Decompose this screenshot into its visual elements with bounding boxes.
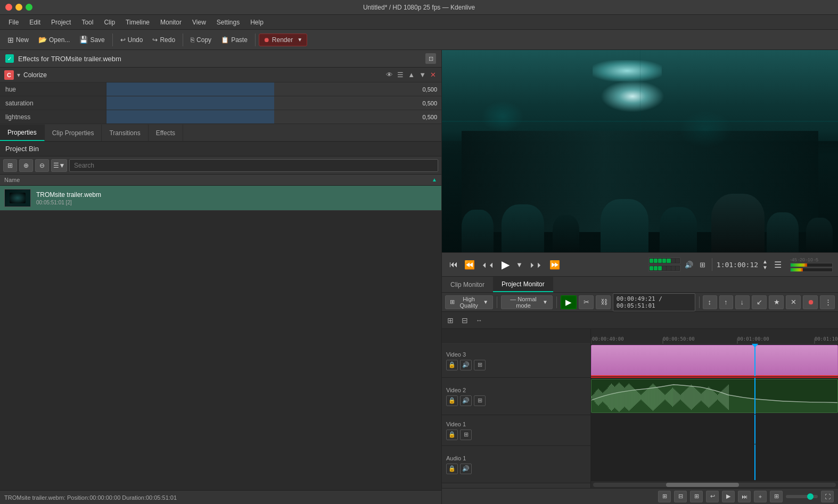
track-lock-audio1[interactable]: 🔒 — [446, 464, 458, 474]
preview-forward-step[interactable]: ⏵⏵ — [527, 259, 545, 271]
effect-move-up-button[interactable]: ▲ — [407, 70, 416, 80]
timeline-sub-btn-2[interactable]: ⊟ — [458, 314, 471, 327]
timeline-insert[interactable]: ↓ — [735, 295, 750, 309]
timeline-extract[interactable]: ↕ — [703, 295, 717, 309]
preview-grid-button[interactable]: ⊞ — [697, 259, 708, 271]
maximize-button[interactable] — [26, 4, 32, 11]
tab-effects[interactable]: Effects — [149, 125, 183, 141]
search-input[interactable] — [69, 159, 438, 172]
bin-delete[interactable]: ⊖ — [35, 159, 49, 172]
scrollbar-thumb[interactable] — [666, 483, 739, 487]
status-btn-8[interactable]: ⊞ — [770, 491, 783, 502]
menu-clip[interactable]: Clip — [100, 17, 119, 28]
copy-button[interactable]: ⎘ Copy — [186, 34, 216, 46]
track-lock-video3[interactable]: 🔒 — [446, 360, 458, 370]
clip-block-video2[interactable] — [591, 379, 838, 413]
effect-visibility-button[interactable]: 👁 — [385, 70, 394, 80]
track-mute-video2[interactable]: 🔊 — [460, 395, 472, 406]
tab-properties[interactable]: Properties — [0, 125, 45, 141]
menu-project[interactable]: Project — [47, 17, 75, 28]
status-btn-7[interactable]: + — [754, 491, 767, 502]
timeline-sub-btn-1[interactable]: ⊞ — [444, 314, 457, 327]
timeline-lift[interactable]: ↑ — [719, 295, 734, 309]
menu-settings[interactable]: Settings — [212, 17, 244, 28]
status-btn-1[interactable]: ⊞ — [658, 491, 671, 502]
timeline-link-button[interactable]: ⛓ — [596, 295, 611, 309]
status-btn-2[interactable]: ⊟ — [674, 491, 687, 502]
clip-block-video3[interactable] — [591, 345, 838, 376]
paste-button[interactable]: 📋 Paste — [217, 34, 252, 46]
track-mute-audio1[interactable]: 🔊 — [460, 464, 472, 474]
track-mute-video3[interactable]: 🔊 — [460, 360, 472, 370]
effects-enabled-checkbox[interactable]: ✓ — [5, 54, 14, 63]
status-fullscreen[interactable]: ⛶ — [821, 491, 834, 502]
preview-timecode-spinup[interactable]: ▲▼ — [760, 258, 770, 271]
track-composite-video2[interactable]: ⊞ — [474, 395, 486, 406]
timeline-more[interactable]: ⋮ — [820, 295, 835, 309]
new-button[interactable]: ⊞ New — [3, 34, 33, 46]
open-button[interactable]: 📂 Open... — [34, 34, 74, 46]
render-dropdown-arrow[interactable]: ▼ — [297, 37, 302, 43]
status-btn-3[interactable]: ⊞ — [690, 491, 703, 502]
timeline-cut-button[interactable]: ✂ — [579, 295, 594, 309]
preview-back-step[interactable]: ⏴⏴ — [479, 259, 497, 271]
scrollbar-track[interactable] — [593, 483, 836, 487]
render-button[interactable]: ⏺ Render ▼ — [259, 34, 307, 46]
effect-delete-button[interactable]: ✕ — [429, 70, 437, 80]
save-button[interactable]: 💾 Save — [75, 34, 109, 46]
param-slider-lightness[interactable]: 0,500 — [106, 110, 441, 123]
preview-forward-frame[interactable]: ⏩ — [547, 258, 562, 272]
timeline-mode-button[interactable]: — Normal mode ▼ — [501, 295, 553, 309]
tab-clip-monitor[interactable]: Clip Monitor — [442, 277, 493, 292]
preview-volume-button[interactable]: 🔊 — [683, 259, 695, 271]
bin-view-toggle[interactable]: ⊞ — [3, 159, 17, 172]
timeline-quality-button[interactable]: ⊞ High Quality ▼ — [445, 295, 493, 309]
close-button[interactable] — [5, 4, 12, 11]
effects-maximize-button[interactable]: ⊡ — [425, 53, 436, 64]
effect-expand-arrow[interactable]: ▾ — [17, 71, 20, 79]
timeline-record[interactable]: ⏺ — [803, 295, 818, 309]
minimize-button[interactable] — [15, 4, 22, 11]
track-composite-video3[interactable]: ⊞ — [474, 360, 486, 370]
tab-clip-properties[interactable]: Clip Properties — [45, 125, 102, 141]
track-lock-video2[interactable]: 🔒 — [446, 395, 458, 406]
bin-menu[interactable]: ☰▼ — [51, 159, 67, 172]
timeline-scrollbar[interactable] — [591, 481, 838, 488]
param-slider-saturation[interactable]: 0,500 — [106, 96, 441, 110]
menu-tool[interactable]: Tool — [77, 17, 97, 28]
timeline-play-button[interactable]: ▶ — [561, 295, 577, 309]
svg-rect-125 — [719, 393, 720, 402]
param-slider-hue[interactable]: 0,500 — [106, 82, 441, 96]
preview-speed-dropdown[interactable]: ▼ — [514, 259, 525, 271]
effect-menu-button[interactable]: ☰ — [396, 70, 405, 80]
track-lock-video1[interactable]: 🔒 — [446, 429, 458, 440]
timeline-overwrite[interactable]: ↙ — [752, 295, 767, 309]
zoom-slider[interactable] — [786, 495, 818, 498]
render-icon: ⏺ — [264, 36, 270, 44]
track-composite-video1[interactable]: ⊞ — [460, 429, 472, 440]
status-btn-4[interactable]: ↩ — [706, 491, 719, 502]
menu-file[interactable]: File — [4, 17, 23, 28]
timeline-favorite[interactable]: ★ — [769, 295, 784, 309]
effect-move-down-button[interactable]: ▼ — [418, 70, 427, 80]
status-btn-5[interactable]: ▶ — [722, 491, 735, 502]
timeline-sub-btn-3[interactable]: ↔ — [473, 314, 486, 327]
tab-transitions[interactable]: Transitions — [102, 125, 148, 141]
bin-add-folder[interactable]: ⊕ — [19, 159, 33, 172]
menu-timeline[interactable]: Timeline — [121, 17, 154, 28]
status-btn-6[interactable]: ⏭ — [738, 491, 751, 502]
menu-help[interactable]: Help — [246, 17, 268, 28]
preview-menu-button[interactable]: ☰ — [772, 258, 784, 272]
list-item[interactable]: TROMsite trailer.webm 00:05:51:01 [2] — [0, 186, 441, 211]
redo-button[interactable]: ↪ Redo — [148, 34, 179, 46]
menu-monitor[interactable]: Monitor — [156, 17, 186, 28]
menu-edit[interactable]: Edit — [25, 17, 45, 28]
undo-button[interactable]: ↩ Undo — [116, 34, 147, 46]
preview-play[interactable]: ▶ — [499, 256, 512, 273]
menu-view[interactable]: View — [188, 17, 210, 28]
tab-project-monitor[interactable]: Project Monitor — [493, 277, 553, 292]
svg-rect-88 — [679, 394, 679, 401]
preview-skip-start[interactable]: ⏮ — [447, 258, 460, 271]
timeline-marker[interactable]: ✕ — [786, 295, 801, 309]
preview-back-frame[interactable]: ⏪ — [462, 258, 477, 272]
